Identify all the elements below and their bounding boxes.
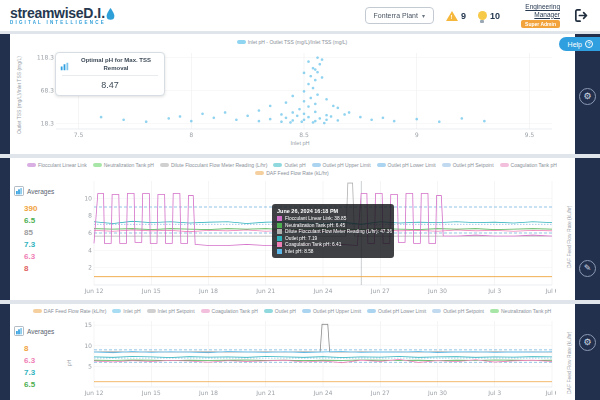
legend-item[interactable]: Outlet pH Lower Limit [377, 162, 436, 168]
y-axis-label: pH [66, 360, 72, 366]
averages-values: 86.37.36.5 [14, 344, 54, 389]
right-axis-label: DAF Feed Flow Rate (kL/hr) [566, 205, 572, 268]
legend-item[interactable]: Dilute Flocculant Flow Meter Reading (L/… [160, 162, 267, 168]
legend-item[interactable]: Flocculant Linear Link [27, 162, 87, 168]
tooltip-title: June 26, 2024 16:18 PM [277, 208, 389, 214]
averages-values: 3906.5857.36.38 [14, 204, 54, 273]
alerts-count: 9 [461, 11, 466, 21]
average-value: 390 [24, 204, 54, 213]
app-screen: streamwiseD.I. DIGITAL INTELLIGENCE Font… [0, 0, 600, 400]
line-chart-canvas[interactable] [78, 318, 556, 396]
y-axis-label: Outlet TSS (mg/L)/Inlet TSS (mg/L) [16, 56, 22, 134]
tooltip-rows: Flocculant Linear Link: 38.85Neutralizat… [277, 216, 389, 254]
legend-item[interactable]: Inlet pH [112, 308, 140, 314]
logout-icon [573, 7, 590, 24]
legend-item[interactable]: Outlet pH Setpoint [442, 162, 494, 168]
alerts-indicator[interactable]: ! 9 [446, 11, 466, 21]
averages-title: Averages [27, 188, 54, 195]
optimal-ph-annotation: Optimal pH for Max. TSS Removal 8.47 [55, 52, 165, 96]
average-value: 85 [24, 228, 54, 237]
tooltip-row: Flocculant Linear Link: 38.85 [277, 216, 389, 221]
tooltip-row: Dilute Flocculant Flow Meter Reading (L/… [277, 229, 389, 234]
left-rail [0, 158, 10, 300]
gear-icon[interactable]: ⚙ [579, 334, 596, 351]
gear-icon[interactable]: ⚙ [579, 88, 596, 105]
legend-item[interactable]: DAF Feed Flow Rate (kL/hr) [255, 170, 329, 176]
user-role-link[interactable]: Engineering Manager [512, 3, 560, 18]
panel-flocculant-trend: ✎ Flocculant Linear LinkNeutralization T… [0, 158, 600, 300]
legend-item[interactable]: Inlet pH Setpoint [147, 308, 195, 314]
tooltip-row: Inlet pH: 8.58 [277, 249, 389, 254]
chart-legend: Flocculant Linear LinkNeutralization Tan… [12, 161, 572, 177]
tooltip-row: Coagulation Tank pH: 6.41 [277, 242, 389, 247]
lightbulb-icon [478, 11, 487, 20]
plant-selector-label: Fonterra Plant [374, 12, 418, 19]
averages-panel: Averages 86.37.36.5 [14, 322, 54, 389]
warning-icon: ! [446, 11, 458, 21]
legend-item[interactable]: Inlet pH - Outlet TSS (mg/L)/Inlet TSS (… [237, 39, 348, 45]
ideas-indicator[interactable]: 10 [478, 11, 500, 21]
edit-icon[interactable]: ✎ [579, 260, 596, 277]
right-rail: ⚙ [575, 34, 600, 154]
legend-item[interactable]: Outlet pH Upper Limit [302, 308, 361, 314]
panel-inlet-ph-trend: ⚙ DAF Feed Flow Rate (kL/hr)Inlet pHInle… [0, 304, 600, 400]
chevron-down-icon: ▾ [422, 12, 425, 19]
right-rail: ⚙ [575, 304, 600, 400]
user-role-badge: Super Admin [521, 20, 560, 28]
logo-subtitle: DIGITAL INTELLIGENCE [10, 21, 115, 26]
average-value: 7.3 [24, 368, 54, 377]
logo: streamwiseD.I. DIGITAL INTELLIGENCE [10, 6, 115, 26]
bar-chart-icon [14, 322, 24, 340]
bar-chart-icon [14, 182, 24, 200]
right-rail: ✎ [575, 158, 600, 300]
logo-text: streamwise [10, 6, 83, 20]
legend-item[interactable]: Outlet pH Lower Limit [367, 308, 426, 314]
legend-item[interactable]: DAF Feed Flow Rate (kL/hr) [33, 308, 107, 314]
legend-item[interactable]: Neutralization Tank pH [490, 308, 551, 314]
tooltip-row: Outlet pH: 7.19 [277, 236, 389, 241]
average-value: 7.3 [24, 240, 54, 249]
averages-title: Averages [27, 328, 54, 335]
left-rail [0, 304, 10, 400]
app-header: streamwiseD.I. DIGITAL INTELLIGENCE Font… [0, 0, 600, 32]
legend-item[interactable]: Outlet pH [264, 308, 296, 314]
left-rail [0, 34, 10, 154]
logout-button[interactable] [572, 7, 590, 25]
average-value: 6.5 [24, 216, 54, 225]
legend-item[interactable]: Neutralization Tank pH [93, 162, 154, 168]
question-mark-icon: ? [585, 40, 593, 48]
annotation-title: Optimal pH for Max. TSS Removal [62, 57, 158, 76]
average-value: 6.3 [24, 356, 54, 365]
legend-item[interactable]: Outlet pH Upper Limit [312, 162, 371, 168]
help-label: Help [568, 41, 582, 48]
chart-legend: DAF Feed Flow Rate (kL/hr)Inlet pHInlet … [12, 307, 572, 315]
legend-item[interactable]: Outlet pH Setpoint [432, 308, 484, 314]
legend-item[interactable]: Coagulation Tank pH [500, 162, 557, 168]
chart-tooltip: June 26, 2024 16:18 PM Flocculant Linear… [272, 204, 394, 258]
tooltip-row: Neutralization Tank pH: 6.45 [277, 223, 389, 228]
bar-chart-icon [60, 57, 69, 75]
average-value: 6.5 [24, 380, 54, 389]
average-value: 8 [24, 264, 54, 273]
plant-selector-dropdown[interactable]: Fonterra Plant ▾ [365, 7, 434, 24]
average-value: 6.3 [24, 252, 54, 261]
ideas-count: 10 [490, 11, 500, 21]
panel-tss-scatter: ⚙ Help ? Inlet pH - Outlet TSS (mg/L)/In… [0, 34, 600, 154]
logo-suffix: D.I. [83, 6, 105, 20]
help-button[interactable]: Help ? [559, 37, 600, 51]
averages-panel: Averages 3906.5857.36.38 [14, 182, 54, 273]
water-drop-icon [106, 8, 115, 20]
chart-legend: Inlet pH - Outlet TSS (mg/L)/Inlet TSS (… [12, 38, 572, 46]
right-axis-label: DAF Feed Flow Rate (kL/hr) [566, 331, 572, 394]
annotation-value: 8.47 [62, 76, 158, 90]
x-axis-label: Inlet pH [0, 140, 600, 146]
average-value: 8 [24, 344, 54, 353]
legend-item[interactable]: Coagulation Tank pH [201, 308, 258, 314]
user-menu[interactable]: Engineering Manager Super Admin [512, 3, 560, 28]
legend-item[interactable]: Outlet pH [273, 162, 305, 168]
